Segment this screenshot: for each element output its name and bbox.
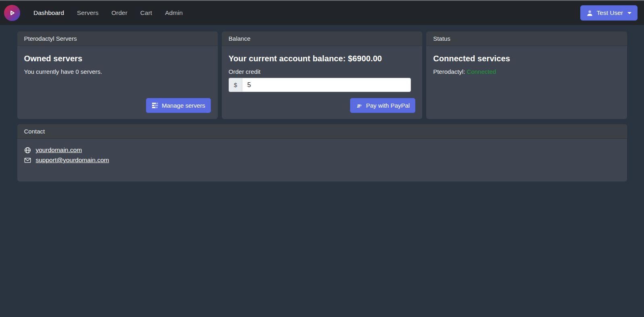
order-credit-label: Order credit: [229, 68, 415, 75]
owned-servers-title: Owned servers: [24, 54, 211, 63]
balance-card: Balance Your current account balance: $6…: [222, 31, 422, 119]
envelope-icon: [24, 157, 31, 164]
nav-item-servers[interactable]: Servers: [71, 6, 104, 20]
manage-servers-button[interactable]: Manage servers: [146, 98, 211, 113]
website-link[interactable]: yourdomain.com: [36, 146, 82, 154]
servers-card-header: Pterodactyl Servers: [17, 31, 218, 46]
nav-item-order[interactable]: Order: [105, 6, 133, 20]
account-balance-title: Your current account balance: $6900.00: [229, 54, 415, 63]
order-credit-input-group: $: [229, 78, 411, 92]
support-email-link[interactable]: support@yourdomain.com: [36, 156, 109, 164]
nav-links: Dashboard Servers Order Cart Admin: [27, 6, 189, 20]
status-card: Status Connected services Pterodactyl: C…: [426, 31, 627, 119]
contact-row-website: yourdomain.com: [24, 146, 620, 154]
contact-row-email: support@yourdomain.com: [24, 156, 620, 164]
paypal-icon: P P: [356, 102, 363, 109]
service-name-label: Pterodactyl:: [433, 68, 465, 75]
servers-card-body: Owned servers You currently have 0 serve…: [17, 46, 218, 119]
balance-card-header: Balance: [222, 31, 422, 46]
nav-item-cart[interactable]: Cart: [134, 6, 158, 20]
server-stack-icon: [152, 102, 158, 109]
pay-with-paypal-label: Pay with PayPal: [366, 102, 410, 109]
user-menu-button[interactable]: Test User: [580, 5, 638, 21]
cards-row: Pterodactyl Servers Owned servers You cu…: [17, 31, 627, 119]
globe-icon: [24, 147, 31, 154]
servers-card: Pterodactyl Servers Owned servers You cu…: [17, 31, 218, 119]
nav-item-dashboard[interactable]: Dashboard: [27, 6, 70, 20]
order-credit-input[interactable]: [242, 78, 411, 92]
top-navbar: Dashboard Servers Order Cart Admin Test …: [0, 1, 644, 25]
contact-card: Contact yourdomain.com: [17, 124, 627, 181]
main-container: Pterodactyl Servers Owned servers You cu…: [17, 31, 627, 181]
manage-servers-label: Manage servers: [162, 102, 205, 109]
balance-card-body: Your current account balance: $6900.00 O…: [222, 46, 422, 119]
currency-prefix: $: [229, 78, 242, 92]
nav-item-admin[interactable]: Admin: [159, 6, 189, 20]
status-badge: Connected: [467, 68, 496, 75]
connected-services-title: Connected services: [433, 54, 620, 63]
brand-logo[interactable]: [4, 5, 20, 21]
service-status-line: Pterodactyl: Connected: [433, 68, 620, 75]
contact-card-header: Contact: [17, 124, 627, 139]
chevron-down-icon: [627, 12, 631, 14]
contact-card-body: yourdomain.com support@yourdomain.com: [17, 139, 627, 181]
svg-text:P: P: [357, 102, 361, 108]
owned-servers-text: You currently have 0 servers.: [24, 68, 211, 75]
status-card-body: Connected services Pterodactyl: Connecte…: [426, 46, 627, 119]
person-icon: [586, 10, 593, 17]
user-name-label: Test User: [597, 9, 623, 17]
play-logo-icon: [8, 8, 17, 17]
pay-with-paypal-button[interactable]: P P Pay with PayPal: [350, 98, 415, 113]
status-card-header: Status: [426, 31, 627, 46]
